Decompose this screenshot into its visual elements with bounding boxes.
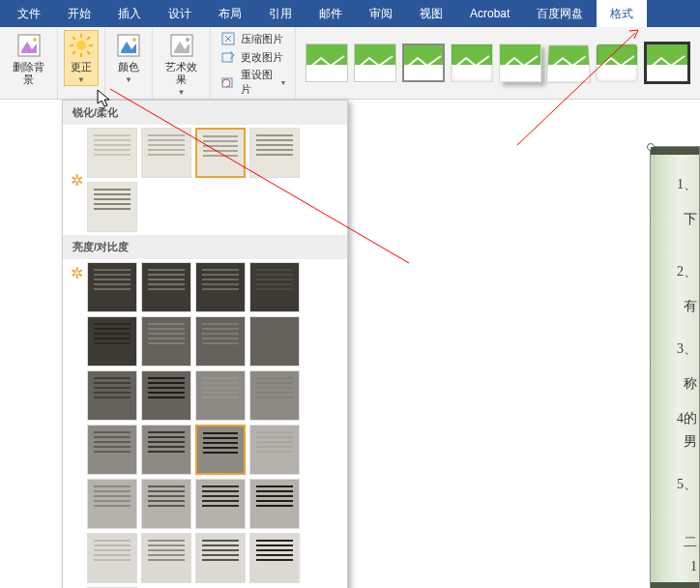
brightness-preset[interactable]	[141, 479, 191, 529]
reset-icon	[220, 74, 236, 90]
brightness-preset[interactable]	[195, 316, 246, 367]
brightness-preset[interactable]	[195, 262, 246, 312]
sharpen-preset[interactable]	[87, 182, 137, 232]
artistic-label: 艺术效果	[162, 61, 200, 86]
svg-point-1	[33, 38, 37, 42]
style-preset-4[interactable]	[451, 44, 493, 82]
svg-line-8	[87, 51, 90, 54]
svg-line-9	[73, 51, 75, 54]
tab-design[interactable]: 设计	[155, 0, 205, 27]
change-icon	[220, 49, 236, 65]
color-button[interactable]: 颜色 ▼	[111, 30, 146, 86]
style-preset-2[interactable]	[354, 44, 396, 82]
brightness-preset[interactable]	[249, 533, 300, 583]
artistic-effects-button[interactable]: 艺术效果 ▼	[159, 30, 204, 99]
brightness-preset[interactable]	[195, 479, 246, 529]
svg-line-7	[73, 37, 75, 40]
brightness-icon	[68, 32, 95, 59]
tab-references[interactable]: 引用	[255, 0, 306, 27]
brightness-row: ✲	[63, 259, 347, 588]
change-label: 更改图片	[241, 50, 283, 65]
group-artistic: 艺术效果 ▼	[153, 27, 211, 99]
tab-insert[interactable]: 插入	[104, 0, 155, 27]
tab-mailings[interactable]: 邮件	[306, 0, 356, 27]
tab-baidu[interactable]: 百度网盘	[523, 0, 597, 27]
style-preset-7[interactable]	[596, 44, 638, 82]
remove-background-icon	[15, 32, 43, 59]
remove-background-label: 删除背景	[10, 61, 47, 86]
change-picture-button[interactable]: 更改图片	[220, 49, 283, 65]
brightness-preset[interactable]	[87, 425, 137, 475]
star-icon: ✲	[71, 264, 83, 282]
group-adjust-bg: 删除背景	[0, 27, 58, 99]
sharpen-row: ✲	[63, 125, 347, 235]
brightness-preset[interactable]	[195, 533, 246, 583]
sharpen-preset[interactable]	[141, 128, 191, 178]
chevron-down-icon: ▾	[281, 78, 285, 87]
tab-view[interactable]: 视图	[406, 0, 456, 27]
tab-file[interactable]: 文件	[4, 0, 54, 27]
chevron-down-icon: ▼	[178, 88, 186, 97]
brightness-preset[interactable]	[87, 479, 137, 529]
reset-label: 重设图片	[241, 68, 277, 97]
compress-label: 压缩图片	[241, 32, 283, 46]
inserted-picture[interactable]: 1、 下 2、 有 3、 称 4的 男 5、 二 1	[650, 146, 700, 588]
compress-picture-button[interactable]: 压缩图片	[220, 31, 283, 46]
brightness-preset[interactable]	[249, 425, 300, 475]
brightness-preset[interactable]	[249, 316, 300, 367]
brightness-preset[interactable]	[141, 316, 191, 367]
photo-content: 1、 下 2、 有 3、 称 4的 男 5、 二 1	[651, 147, 699, 588]
brightness-preset[interactable]	[141, 533, 191, 583]
brightness-grid	[87, 262, 339, 588]
brightness-preset[interactable]	[87, 370, 137, 421]
brightness-preset[interactable]	[141, 425, 191, 475]
corrections-dropdown: 锐化/柔化 ✲ 亮度/对比度 ✲ 图片更正选项(C)...	[62, 100, 348, 588]
svg-point-12	[132, 38, 136, 42]
group-pic-actions: 压缩图片 更改图片 重设图片 ▾	[211, 27, 296, 99]
brightness-preset[interactable]	[249, 479, 300, 529]
svg-point-2	[76, 41, 86, 50]
brightness-preset[interactable]	[249, 370, 300, 421]
compress-icon	[220, 31, 236, 46]
sharpen-preset-selected[interactable]	[195, 128, 246, 178]
brightness-preset[interactable]	[249, 262, 300, 312]
brightness-header: 亮度/对比度	[63, 235, 347, 259]
sharpen-header: 锐化/柔化	[63, 101, 347, 125]
chevron-down-icon: ▼	[77, 75, 85, 84]
color-label: 颜色	[118, 61, 139, 74]
ribbon: 删除背景 更正 ▼ 颜色 ▼ 艺术效果 ▼	[0, 27, 700, 100]
brightness-preset[interactable]	[195, 370, 246, 421]
star-icon: ✲	[71, 171, 83, 190]
tab-format[interactable]: 格式	[597, 0, 647, 27]
style-preset-6[interactable]	[546, 44, 591, 82]
group-color: 颜色 ▼	[105, 27, 153, 99]
svg-rect-16	[222, 53, 232, 62]
corrections-button[interactable]: 更正 ▼	[64, 30, 99, 86]
brightness-preset[interactable]	[195, 425, 246, 475]
color-icon	[115, 32, 142, 59]
brightness-preset[interactable]	[141, 370, 191, 421]
tab-layout[interactable]: 布局	[205, 0, 255, 27]
main-menubar: 文件 开始 插入 设计 布局 引用 邮件 审阅 视图 Acrobat 百度网盘 …	[0, 0, 700, 27]
artistic-icon	[168, 32, 195, 59]
group-corrections: 更正 ▼	[58, 27, 105, 99]
tab-review[interactable]: 审阅	[356, 0, 406, 27]
svg-line-10	[87, 37, 90, 40]
style-preset-5[interactable]	[499, 44, 541, 82]
reset-picture-button[interactable]: 重设图片 ▾	[220, 68, 285, 97]
style-preset-3[interactable]	[402, 44, 445, 82]
sharpen-grid	[87, 128, 339, 232]
picture-styles-gallery	[296, 27, 700, 99]
brightness-preset[interactable]	[141, 262, 191, 312]
brightness-preset[interactable]	[87, 316, 137, 367]
brightness-preset[interactable]	[87, 533, 137, 583]
tab-home[interactable]: 开始	[54, 0, 104, 27]
remove-background-button[interactable]: 删除背景	[6, 30, 51, 88]
sharpen-preset[interactable]	[249, 128, 300, 178]
brightness-preset[interactable]	[87, 262, 137, 312]
style-preset-8[interactable]	[644, 42, 690, 84]
style-preset-1[interactable]	[306, 44, 348, 82]
sharpen-preset[interactable]	[87, 128, 137, 178]
tab-acrobat[interactable]: Acrobat	[456, 0, 523, 27]
svg-point-14	[186, 38, 190, 42]
